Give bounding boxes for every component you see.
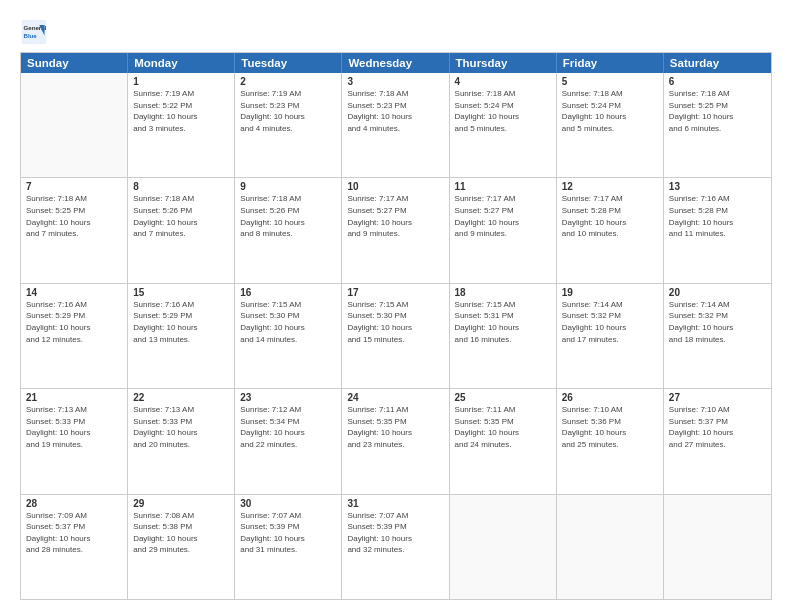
- calendar-cell: 26Sunrise: 7:10 AM Sunset: 5:36 PM Dayli…: [557, 389, 664, 493]
- calendar-cell: 28Sunrise: 7:09 AM Sunset: 5:37 PM Dayli…: [21, 495, 128, 599]
- calendar-cell: 21Sunrise: 7:13 AM Sunset: 5:33 PM Dayli…: [21, 389, 128, 493]
- calendar-cell: [450, 495, 557, 599]
- day-number: 3: [347, 76, 443, 87]
- day-info: Sunrise: 7:13 AM Sunset: 5:33 PM Dayligh…: [133, 404, 229, 450]
- day-number: 5: [562, 76, 658, 87]
- calendar-cell: 11Sunrise: 7:17 AM Sunset: 5:27 PM Dayli…: [450, 178, 557, 282]
- header-cell-saturday: Saturday: [664, 53, 771, 73]
- day-info: Sunrise: 7:18 AM Sunset: 5:25 PM Dayligh…: [669, 88, 766, 134]
- header-cell-wednesday: Wednesday: [342, 53, 449, 73]
- calendar: SundayMondayTuesdayWednesdayThursdayFrid…: [20, 52, 772, 600]
- calendar-header: SundayMondayTuesdayWednesdayThursdayFrid…: [21, 53, 771, 73]
- day-info: Sunrise: 7:13 AM Sunset: 5:33 PM Dayligh…: [26, 404, 122, 450]
- day-info: Sunrise: 7:17 AM Sunset: 5:28 PM Dayligh…: [562, 193, 658, 239]
- calendar-cell: 3Sunrise: 7:18 AM Sunset: 5:23 PM Daylig…: [342, 73, 449, 177]
- day-number: 10: [347, 181, 443, 192]
- calendar-cell: 24Sunrise: 7:11 AM Sunset: 5:35 PM Dayli…: [342, 389, 449, 493]
- calendar-cell: 17Sunrise: 7:15 AM Sunset: 5:30 PM Dayli…: [342, 284, 449, 388]
- calendar-cell: 19Sunrise: 7:14 AM Sunset: 5:32 PM Dayli…: [557, 284, 664, 388]
- header-cell-tuesday: Tuesday: [235, 53, 342, 73]
- calendar-cell: 5Sunrise: 7:18 AM Sunset: 5:24 PM Daylig…: [557, 73, 664, 177]
- day-number: 22: [133, 392, 229, 403]
- calendar-cell: 9Sunrise: 7:18 AM Sunset: 5:26 PM Daylig…: [235, 178, 342, 282]
- calendar-cell: 13Sunrise: 7:16 AM Sunset: 5:28 PM Dayli…: [664, 178, 771, 282]
- calendar-cell: 8Sunrise: 7:18 AM Sunset: 5:26 PM Daylig…: [128, 178, 235, 282]
- calendar-cell: 16Sunrise: 7:15 AM Sunset: 5:30 PM Dayli…: [235, 284, 342, 388]
- calendar-cell: 10Sunrise: 7:17 AM Sunset: 5:27 PM Dayli…: [342, 178, 449, 282]
- day-number: 8: [133, 181, 229, 192]
- calendar-row-3: 21Sunrise: 7:13 AM Sunset: 5:33 PM Dayli…: [21, 389, 771, 494]
- day-info: Sunrise: 7:19 AM Sunset: 5:23 PM Dayligh…: [240, 88, 336, 134]
- calendar-cell: 27Sunrise: 7:10 AM Sunset: 5:37 PM Dayli…: [664, 389, 771, 493]
- day-number: 14: [26, 287, 122, 298]
- day-number: 23: [240, 392, 336, 403]
- header-cell-thursday: Thursday: [450, 53, 557, 73]
- day-number: 12: [562, 181, 658, 192]
- day-number: 9: [240, 181, 336, 192]
- day-number: 26: [562, 392, 658, 403]
- day-info: Sunrise: 7:18 AM Sunset: 5:24 PM Dayligh…: [455, 88, 551, 134]
- day-info: Sunrise: 7:18 AM Sunset: 5:24 PM Dayligh…: [562, 88, 658, 134]
- calendar-cell: [21, 73, 128, 177]
- day-number: 25: [455, 392, 551, 403]
- calendar-cell: 20Sunrise: 7:14 AM Sunset: 5:32 PM Dayli…: [664, 284, 771, 388]
- day-number: 19: [562, 287, 658, 298]
- calendar-cell: [557, 495, 664, 599]
- calendar-cell: 2Sunrise: 7:19 AM Sunset: 5:23 PM Daylig…: [235, 73, 342, 177]
- day-number: 13: [669, 181, 766, 192]
- day-number: 15: [133, 287, 229, 298]
- day-info: Sunrise: 7:17 AM Sunset: 5:27 PM Dayligh…: [455, 193, 551, 239]
- day-number: 4: [455, 76, 551, 87]
- calendar-row-2: 14Sunrise: 7:16 AM Sunset: 5:29 PM Dayli…: [21, 284, 771, 389]
- day-number: 28: [26, 498, 122, 509]
- day-info: Sunrise: 7:16 AM Sunset: 5:29 PM Dayligh…: [26, 299, 122, 345]
- day-number: 29: [133, 498, 229, 509]
- day-info: Sunrise: 7:18 AM Sunset: 5:23 PM Dayligh…: [347, 88, 443, 134]
- day-number: 18: [455, 287, 551, 298]
- calendar-row-1: 7Sunrise: 7:18 AM Sunset: 5:25 PM Daylig…: [21, 178, 771, 283]
- header: General Blue: [20, 18, 772, 46]
- calendar-cell: 29Sunrise: 7:08 AM Sunset: 5:38 PM Dayli…: [128, 495, 235, 599]
- day-number: 11: [455, 181, 551, 192]
- day-number: 21: [26, 392, 122, 403]
- day-info: Sunrise: 7:16 AM Sunset: 5:28 PM Dayligh…: [669, 193, 766, 239]
- day-info: Sunrise: 7:18 AM Sunset: 5:25 PM Dayligh…: [26, 193, 122, 239]
- calendar-cell: 15Sunrise: 7:16 AM Sunset: 5:29 PM Dayli…: [128, 284, 235, 388]
- day-number: 24: [347, 392, 443, 403]
- day-info: Sunrise: 7:11 AM Sunset: 5:35 PM Dayligh…: [347, 404, 443, 450]
- calendar-cell: 30Sunrise: 7:07 AM Sunset: 5:39 PM Dayli…: [235, 495, 342, 599]
- calendar-cell: 12Sunrise: 7:17 AM Sunset: 5:28 PM Dayli…: [557, 178, 664, 282]
- day-info: Sunrise: 7:15 AM Sunset: 5:31 PM Dayligh…: [455, 299, 551, 345]
- day-info: Sunrise: 7:10 AM Sunset: 5:37 PM Dayligh…: [669, 404, 766, 450]
- calendar-cell: 1Sunrise: 7:19 AM Sunset: 5:22 PM Daylig…: [128, 73, 235, 177]
- day-info: Sunrise: 7:07 AM Sunset: 5:39 PM Dayligh…: [347, 510, 443, 556]
- day-number: 1: [133, 76, 229, 87]
- day-info: Sunrise: 7:07 AM Sunset: 5:39 PM Dayligh…: [240, 510, 336, 556]
- day-number: 31: [347, 498, 443, 509]
- day-number: 30: [240, 498, 336, 509]
- day-info: Sunrise: 7:14 AM Sunset: 5:32 PM Dayligh…: [562, 299, 658, 345]
- day-number: 2: [240, 76, 336, 87]
- day-number: 27: [669, 392, 766, 403]
- header-cell-monday: Monday: [128, 53, 235, 73]
- day-info: Sunrise: 7:17 AM Sunset: 5:27 PM Dayligh…: [347, 193, 443, 239]
- day-info: Sunrise: 7:18 AM Sunset: 5:26 PM Dayligh…: [133, 193, 229, 239]
- calendar-cell: 18Sunrise: 7:15 AM Sunset: 5:31 PM Dayli…: [450, 284, 557, 388]
- page: General Blue SundayMondayTuesdayWednesda…: [0, 0, 792, 612]
- calendar-cell: 31Sunrise: 7:07 AM Sunset: 5:39 PM Dayli…: [342, 495, 449, 599]
- calendar-cell: 4Sunrise: 7:18 AM Sunset: 5:24 PM Daylig…: [450, 73, 557, 177]
- calendar-cell: 25Sunrise: 7:11 AM Sunset: 5:35 PM Dayli…: [450, 389, 557, 493]
- day-info: Sunrise: 7:12 AM Sunset: 5:34 PM Dayligh…: [240, 404, 336, 450]
- logo: General Blue: [20, 18, 52, 46]
- day-info: Sunrise: 7:15 AM Sunset: 5:30 PM Dayligh…: [347, 299, 443, 345]
- calendar-cell: [664, 495, 771, 599]
- calendar-row-0: 1Sunrise: 7:19 AM Sunset: 5:22 PM Daylig…: [21, 73, 771, 178]
- day-number: 7: [26, 181, 122, 192]
- logo-icon: General Blue: [20, 18, 48, 46]
- day-info: Sunrise: 7:18 AM Sunset: 5:26 PM Dayligh…: [240, 193, 336, 239]
- day-info: Sunrise: 7:16 AM Sunset: 5:29 PM Dayligh…: [133, 299, 229, 345]
- calendar-cell: 23Sunrise: 7:12 AM Sunset: 5:34 PM Dayli…: [235, 389, 342, 493]
- calendar-cell: 6Sunrise: 7:18 AM Sunset: 5:25 PM Daylig…: [664, 73, 771, 177]
- day-info: Sunrise: 7:15 AM Sunset: 5:30 PM Dayligh…: [240, 299, 336, 345]
- day-info: Sunrise: 7:09 AM Sunset: 5:37 PM Dayligh…: [26, 510, 122, 556]
